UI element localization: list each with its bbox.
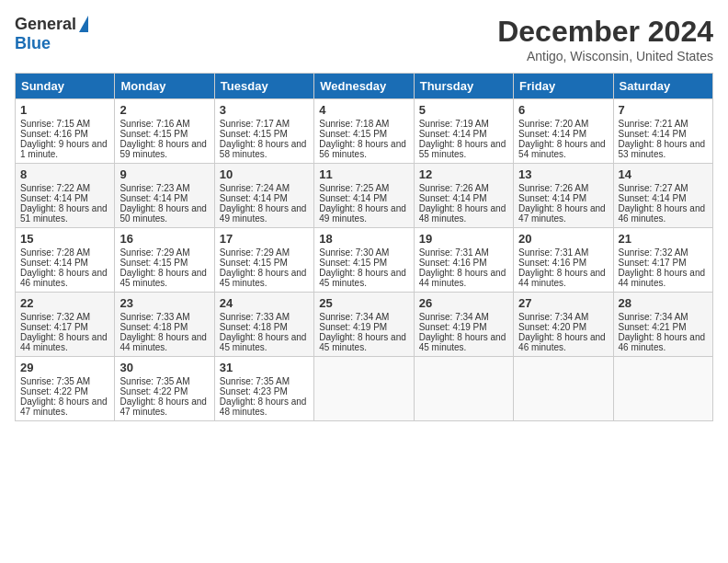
calendar-cell: 5 Sunrise: 7:19 AM Sunset: 4:14 PM Dayli… <box>414 99 513 164</box>
daylight-text: Daylight: 8 hours and 46 minutes. <box>518 332 606 352</box>
sunset-text: Sunset: 4:21 PM <box>619 322 687 332</box>
day-number: 28 <box>619 296 708 310</box>
day-number: 11 <box>319 167 408 181</box>
sunset-text: Sunset: 4:15 PM <box>220 258 288 268</box>
sunrise-text: Sunrise: 7:29 AM <box>119 247 189 258</box>
daylight-text: Daylight: 8 hours and 47 minutes. <box>518 203 606 224</box>
day-number: 27 <box>518 296 608 310</box>
sunrise-text: Sunrise: 7:24 AM <box>220 183 290 193</box>
sunset-text: Sunset: 4:19 PM <box>319 322 387 332</box>
daylight-text: Daylight: 8 hours and 46 minutes. <box>619 332 706 352</box>
sunrise-text: Sunrise: 7:31 AM <box>518 247 588 258</box>
day-number: 24 <box>220 296 309 310</box>
calendar-cell: 19 Sunrise: 7:31 AM Sunset: 4:16 PM Dayl… <box>414 228 513 293</box>
weekday-header-row: SundayMondayTuesdayWednesdayThursdayFrid… <box>16 74 713 99</box>
daylight-text: Daylight: 8 hours and 49 minutes. <box>319 203 406 224</box>
logo-general-text: General <box>15 15 76 34</box>
sunrise-text: Sunrise: 7:34 AM <box>419 312 489 322</box>
day-number: 31 <box>220 361 309 374</box>
week-row-5: 29 Sunrise: 7:35 AM Sunset: 4:22 PM Dayl… <box>16 357 713 421</box>
daylight-text: Daylight: 8 hours and 50 minutes. <box>119 203 207 224</box>
sunset-text: Sunset: 4:14 PM <box>518 129 586 139</box>
sunrise-text: Sunrise: 7:35 AM <box>220 376 290 386</box>
day-number: 6 <box>518 103 608 117</box>
calendar-cell: 8 Sunrise: 7:22 AM Sunset: 4:14 PM Dayli… <box>16 164 115 228</box>
sunset-text: Sunset: 4:15 PM <box>319 258 387 268</box>
weekday-header-tuesday: Tuesday <box>214 74 313 99</box>
sunset-text: Sunset: 4:14 PM <box>518 193 586 203</box>
day-number: 9 <box>119 167 209 181</box>
daylight-text: Daylight: 8 hours and 44 minutes. <box>419 268 506 288</box>
calendar-cell: 10 Sunrise: 7:24 AM Sunset: 4:14 PM Dayl… <box>214 164 313 228</box>
daylight-text: Daylight: 8 hours and 45 minutes. <box>419 332 506 352</box>
sunset-text: Sunset: 4:15 PM <box>319 129 387 139</box>
calendar-cell: 16 Sunrise: 7:29 AM Sunset: 4:15 PM Dayl… <box>115 228 214 293</box>
calendar-cell: 14 Sunrise: 7:27 AM Sunset: 4:14 PM Dayl… <box>613 164 712 228</box>
calendar-cell: 11 Sunrise: 7:25 AM Sunset: 4:14 PM Dayl… <box>314 164 414 228</box>
daylight-text: Daylight: 8 hours and 54 minutes. <box>518 139 606 159</box>
day-number: 20 <box>518 232 608 246</box>
calendar-cell: 30 Sunrise: 7:35 AM Sunset: 4:22 PM Dayl… <box>115 357 214 421</box>
sunrise-text: Sunrise: 7:16 AM <box>119 119 189 129</box>
sunset-text: Sunset: 4:14 PM <box>20 258 88 268</box>
sunrise-text: Sunrise: 7:32 AM <box>619 247 688 258</box>
daylight-text: Daylight: 8 hours and 45 minutes. <box>220 332 307 352</box>
logo: General Blue <box>15 15 88 53</box>
day-number: 30 <box>119 361 209 374</box>
day-number: 22 <box>20 296 109 310</box>
calendar-cell: 3 Sunrise: 7:17 AM Sunset: 4:15 PM Dayli… <box>214 99 313 164</box>
day-number: 23 <box>119 296 209 310</box>
sunrise-text: Sunrise: 7:29 AM <box>220 247 290 258</box>
day-number: 25 <box>319 296 408 310</box>
sunset-text: Sunset: 4:14 PM <box>220 193 288 203</box>
sunset-text: Sunset: 4:15 PM <box>220 129 288 139</box>
daylight-text: Daylight: 8 hours and 44 minutes. <box>119 332 207 352</box>
day-number: 15 <box>20 232 109 246</box>
calendar-cell <box>314 357 414 421</box>
day-number: 17 <box>220 232 309 246</box>
calendar: SundayMondayTuesdayWednesdayThursdayFrid… <box>15 73 713 421</box>
day-number: 4 <box>319 103 408 117</box>
sunset-text: Sunset: 4:17 PM <box>20 322 88 332</box>
daylight-text: Daylight: 8 hours and 47 minutes. <box>20 396 108 417</box>
daylight-text: Daylight: 8 hours and 46 minutes. <box>619 203 706 224</box>
logo-triangle-icon <box>79 16 88 32</box>
day-number: 26 <box>419 296 508 310</box>
sunset-text: Sunset: 4:16 PM <box>20 129 88 139</box>
calendar-cell: 15 Sunrise: 7:28 AM Sunset: 4:14 PM Dayl… <box>16 228 115 293</box>
sunset-text: Sunset: 4:14 PM <box>619 129 687 139</box>
sunrise-text: Sunrise: 7:32 AM <box>20 312 90 322</box>
month-title: December 2024 <box>497 15 713 49</box>
day-number: 5 <box>419 103 508 117</box>
sunrise-text: Sunrise: 7:35 AM <box>20 376 90 386</box>
sunrise-text: Sunrise: 7:35 AM <box>119 376 189 386</box>
daylight-text: Daylight: 9 hours and 1 minute. <box>20 139 108 159</box>
day-number: 21 <box>619 232 708 246</box>
calendar-cell: 21 Sunrise: 7:32 AM Sunset: 4:17 PM Dayl… <box>613 228 712 293</box>
calendar-cell: 26 Sunrise: 7:34 AM Sunset: 4:19 PM Dayl… <box>414 293 513 357</box>
day-number: 16 <box>119 232 209 246</box>
daylight-text: Daylight: 8 hours and 45 minutes. <box>220 268 307 288</box>
calendar-cell <box>613 357 712 421</box>
sunrise-text: Sunrise: 7:27 AM <box>619 183 688 193</box>
day-number: 3 <box>220 103 309 117</box>
calendar-cell: 27 Sunrise: 7:34 AM Sunset: 4:20 PM Dayl… <box>514 293 613 357</box>
sunrise-text: Sunrise: 7:34 AM <box>518 312 588 322</box>
calendar-cell: 6 Sunrise: 7:20 AM Sunset: 4:14 PM Dayli… <box>514 99 613 164</box>
sunrise-text: Sunrise: 7:33 AM <box>220 312 290 322</box>
sunset-text: Sunset: 4:14 PM <box>419 129 487 139</box>
sunrise-text: Sunrise: 7:20 AM <box>518 119 588 129</box>
sunrise-text: Sunrise: 7:18 AM <box>319 119 389 129</box>
location-text: Antigo, Wisconsin, United States <box>497 49 713 63</box>
week-row-3: 15 Sunrise: 7:28 AM Sunset: 4:14 PM Dayl… <box>16 228 713 293</box>
calendar-cell: 4 Sunrise: 7:18 AM Sunset: 4:15 PM Dayli… <box>314 99 414 164</box>
day-number: 19 <box>419 232 508 246</box>
day-number: 8 <box>20 167 109 181</box>
weekday-header-friday: Friday <box>514 74 613 99</box>
daylight-text: Daylight: 8 hours and 46 minutes. <box>20 268 108 288</box>
sunrise-text: Sunrise: 7:17 AM <box>220 119 290 129</box>
sunrise-text: Sunrise: 7:34 AM <box>319 312 389 322</box>
sunrise-text: Sunrise: 7:30 AM <box>319 247 389 258</box>
daylight-text: Daylight: 8 hours and 51 minutes. <box>20 203 108 224</box>
sunrise-text: Sunrise: 7:28 AM <box>20 247 90 258</box>
